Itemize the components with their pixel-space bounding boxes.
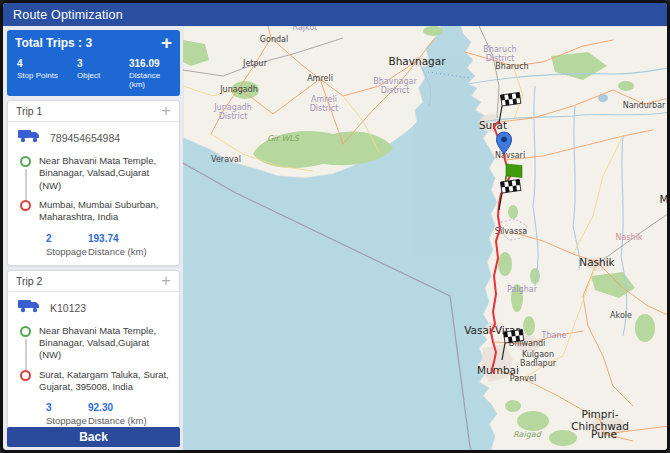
truck-icon	[18, 299, 41, 317]
trip-destination: Mumbai, Mumbai Suburban, Maharashtra, In…	[39, 199, 171, 224]
vehicle-id: K10123	[50, 302, 86, 314]
stat-distance: 316.09 Distance (km)	[129, 58, 172, 89]
back-button[interactable]: Back	[7, 427, 180, 447]
trip-destination: Surat, Katargam Taluka, Surat, Gujarat, …	[39, 369, 171, 394]
app-window: Route Optimization Total Trips : 3 + 4 S…	[0, 0, 670, 453]
map[interactable]: GondalRajkotJetpurJunagadhJunagadh Distr…	[183, 26, 667, 450]
trip-distance: 193.74 Distance (km)	[88, 233, 171, 257]
destination-icon	[20, 200, 31, 211]
trip-stoppage: 3 Stoppage	[46, 402, 88, 426]
trip-list[interactable]: Trip 1 + 789454654984 Near Bhavani Ma	[7, 100, 180, 427]
truck-icon	[18, 129, 41, 147]
origin-icon	[20, 156, 31, 167]
trip-title: Trip 1	[16, 105, 42, 117]
total-trips-label: Total Trips : 3	[15, 36, 92, 50]
trip-card-2[interactable]: Trip 2 + K10123 Near Bhavani Mata Tem	[7, 270, 180, 427]
trip-origin: Near Bhavani Mata Temple, Binanagar, Val…	[39, 155, 171, 192]
trips-summary-card: Total Trips : 3 + 4 Stop Points 3 Object…	[7, 30, 180, 96]
trip-card-1[interactable]: Trip 1 + 789454654984 Near Bhavani Ma	[7, 100, 180, 266]
page-title: Route Optimization	[13, 8, 123, 22]
origin-icon	[20, 326, 31, 337]
trip-expand-button[interactable]: +	[161, 105, 171, 117]
content: Total Trips : 3 + 4 Stop Points 3 Object…	[3, 26, 667, 450]
trip-distance: 92.30 Distance (km)	[88, 402, 171, 426]
trip-stoppage: 2 Stoppage	[46, 233, 88, 257]
vehicle-id: 789454654984	[50, 132, 120, 144]
trip-expand-button[interactable]: +	[161, 275, 171, 287]
titlebar: Route Optimization	[3, 3, 667, 26]
stat-object: 3 Object	[77, 58, 129, 89]
add-trip-button[interactable]: +	[161, 35, 172, 51]
map-base	[183, 26, 667, 450]
destination-icon	[20, 370, 31, 381]
trip-origin: Near Bhavani Mata Temple, Binanagar, Val…	[39, 325, 171, 362]
stat-stop-points: 4 Stop Points	[17, 58, 77, 89]
trip-title: Trip 2	[16, 275, 42, 287]
sidebar: Total Trips : 3 + 4 Stop Points 3 Object…	[3, 26, 183, 450]
